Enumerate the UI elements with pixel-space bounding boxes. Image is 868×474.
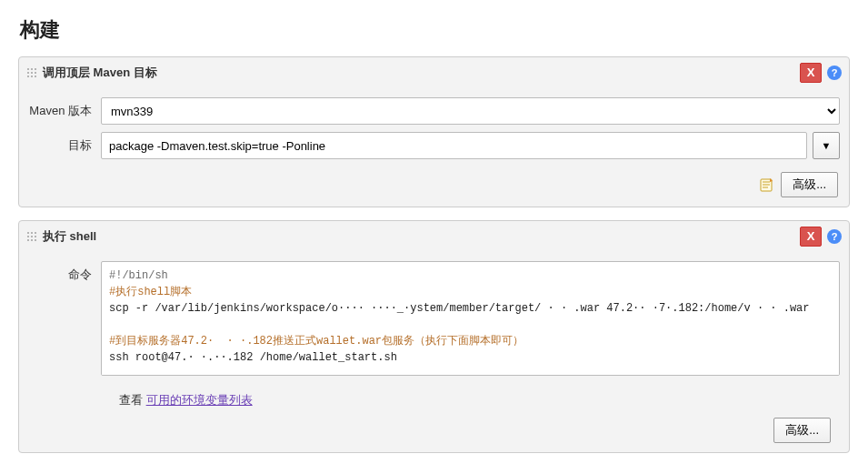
- shell-command-textarea[interactable]: #!/bin/sh #执行shell脚本 scp -r /var/lib/jen…: [102, 266, 839, 375]
- drag-handle-icon[interactable]: [26, 67, 37, 78]
- env-vars-link[interactable]: 可用的环境变量列表: [146, 393, 253, 407]
- chevron-down-icon: ▼: [822, 140, 832, 151]
- help-icon[interactable]: ?: [827, 229, 842, 244]
- help-icon[interactable]: ?: [827, 66, 842, 80]
- shell-delete-button[interactable]: X: [800, 227, 822, 247]
- env-vars-hint: 查看 可用的环境变量列表: [28, 383, 840, 408]
- shell-advanced-button[interactable]: 高级...: [773, 418, 831, 443]
- note-icon: [759, 176, 775, 193]
- maven-delete-button[interactable]: X: [800, 63, 822, 83]
- shell-build-step: 执行 shell X ? 命令 #!/bin/sh #执行shell脚本 scp…: [18, 220, 850, 453]
- maven-advanced-button[interactable]: 高级...: [781, 172, 838, 197]
- maven-build-step: 调用顶层 Maven 目标 X ? Maven 版本 mvn339 目标: [18, 56, 850, 207]
- maven-block-title: 调用顶层 Maven 目标: [43, 65, 800, 81]
- page-title: 构建: [18, 9, 850, 56]
- shell-block-title: 执行 shell: [43, 228, 800, 245]
- maven-version-label: Maven 版本: [28, 97, 101, 119]
- maven-version-select[interactable]: mvn339: [101, 97, 840, 125]
- maven-goal-input[interactable]: [101, 132, 807, 159]
- shell-cmd-label: 命令: [28, 261, 101, 283]
- maven-goal-label: 目标: [28, 132, 101, 154]
- drag-handle-icon[interactable]: [26, 231, 37, 242]
- expand-down-button[interactable]: ▼: [813, 132, 840, 159]
